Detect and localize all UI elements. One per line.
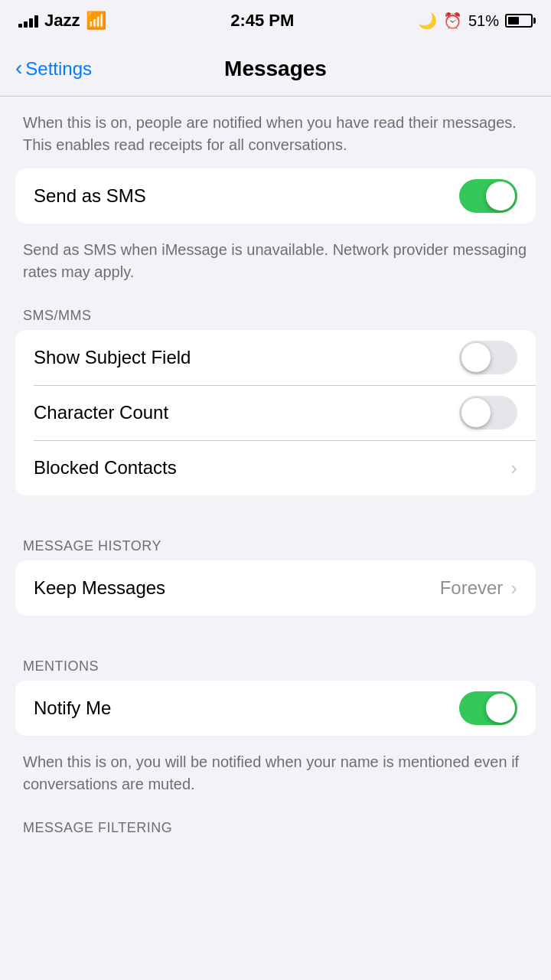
message-history-section-label: MESSAGE HISTORY [0,526,551,560]
blocked-contacts-label: Blocked Contacts [34,457,177,479]
keep-messages-value: Forever [440,577,504,599]
character-count-label: Character Count [34,402,168,423]
status-time: 2:45 PM [230,11,294,31]
mentions-section-label: MENTIONS [0,646,551,681]
show-subject-field-label: Show Subject Field [34,347,191,368]
status-right: 🌙 ⏰ 51% [418,11,533,30]
keep-messages-chevron-icon: › [510,577,517,600]
back-label: Settings [25,58,92,80]
send-as-sms-card: Send as SMS [15,168,536,224]
notify-me-row: Notify Me [15,681,536,736]
send-as-sms-label: Send as SMS [34,185,146,207]
mentions-card: Notify Me [15,681,536,736]
back-button[interactable]: ‹ Settings [15,57,92,80]
sms-mms-section: SMS/MMS Show Subject Field Character Cou… [0,296,551,495]
status-left: Jazz 📶 [18,11,106,31]
wifi-icon: 📶 [86,11,106,31]
character-count-toggle[interactable] [459,396,517,430]
send-sms-description: Send as SMS when iMessage is unavailable… [0,224,551,296]
signal-bars-icon [18,14,38,28]
send-as-sms-toggle[interactable] [459,179,517,213]
keep-messages-right: Forever › [440,577,517,600]
blocked-contacts-row[interactable]: Blocked Contacts › [15,440,536,495]
page-title: Messages [224,57,327,81]
status-bar: Jazz 📶 2:45 PM 🌙 ⏰ 51% [0,0,551,41]
character-count-row: Character Count [15,385,536,440]
content-area: When this is on, people are notified whe… [0,96,551,842]
back-chevron-icon: ‹ [15,56,22,80]
sms-mms-card: Show Subject Field Character Count Block… [15,330,536,495]
message-history-section: MESSAGE HISTORY Keep Messages Forever › [0,526,551,616]
message-filtering-label: MESSAGE FILTERING [0,808,551,842]
battery-icon [505,14,533,28]
show-subject-field-toggle[interactable] [459,341,517,374]
blocked-contacts-chevron-icon: › [510,456,517,480]
nav-bar: ‹ Settings Messages [0,41,551,96]
mentions-description: When this is on, you will be notified wh… [0,736,551,808]
notify-me-label: Notify Me [34,697,111,719]
sms-mms-section-label: SMS/MMS [0,296,551,330]
alarm-icon: ⏰ [443,11,462,30]
mentions-section: MENTIONS Notify Me [0,646,551,736]
battery-percent: 51% [468,12,499,30]
carrier-label: Jazz [44,11,80,31]
message-history-card: Keep Messages Forever › [15,560,536,616]
notify-me-toggle[interactable] [459,691,517,725]
send-as-sms-row: Send as SMS [15,168,536,224]
keep-messages-label: Keep Messages [34,577,165,599]
keep-messages-row[interactable]: Keep Messages Forever › [15,560,536,616]
moon-icon: 🌙 [418,11,437,30]
show-subject-field-row: Show Subject Field [15,330,536,385]
top-description: When this is on, people are notified whe… [0,96,551,168]
